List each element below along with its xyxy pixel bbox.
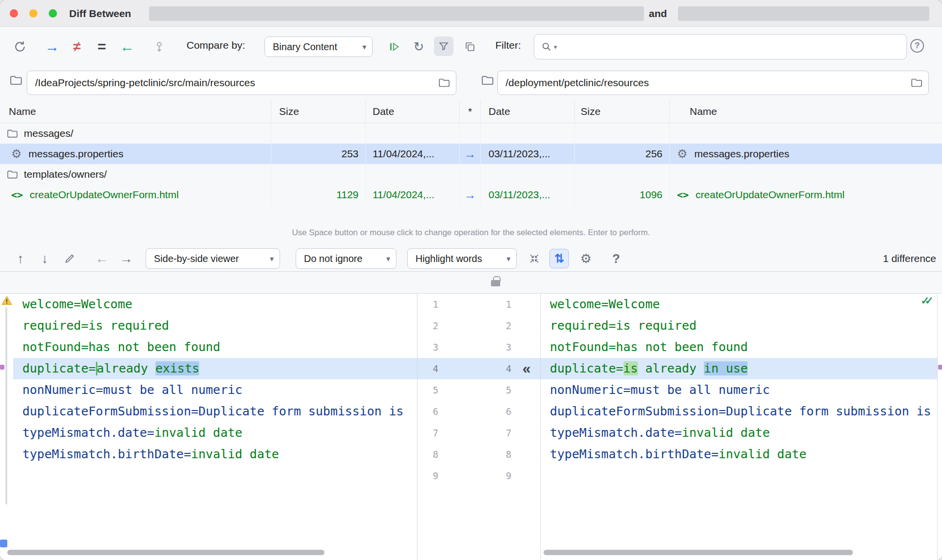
move-up-button[interactable]: ↑: [11, 249, 30, 268]
filter-search-input[interactable]: ▾: [534, 34, 907, 59]
filter-label: Filter:: [495, 27, 521, 63]
not-equal-filter-button[interactable]: ≠: [68, 37, 86, 56]
code-line[interactable]: duplicateFormSubmission=Duplicate form s…: [541, 401, 937, 422]
table-row[interactable]: messages/: [0, 123, 942, 144]
minimize-button[interactable]: [29, 9, 38, 18]
code-line[interactable]: required=is required: [13, 315, 417, 336]
header-label: Date: [373, 106, 394, 117]
folder-name: messages/: [24, 128, 74, 139]
paths-row: /IdeaProjects/spring-petclinic/src/main/…: [0, 63, 942, 98]
table-cell: [271, 164, 366, 185]
header-label: Name: [690, 106, 717, 117]
code-line[interactable]: notFound=has not been found: [13, 336, 417, 358]
next-difference-button[interactable]: →: [117, 249, 135, 268]
close-button[interactable]: [10, 9, 18, 18]
window-title-conjunction: and: [649, 0, 667, 27]
synchronize-button[interactable]: [11, 37, 29, 56]
table-row[interactable]: ⚙messages.properties25311/04/2024,...→03…: [0, 144, 942, 164]
code-line[interactable]: nonNumeric=must be all numeric: [13, 379, 417, 401]
right-path-input[interactable]: /deployment/petclinic/resources: [497, 71, 929, 95]
warning-icon[interactable]: [1, 296, 12, 307]
search-history-chevron-icon[interactable]: ▾: [554, 43, 557, 51]
horizontal-scrollbar-left[interactable]: [7, 550, 324, 555]
code-segment: required=is required: [22, 318, 169, 333]
code-line[interactable]: duplicate=is already in use: [541, 358, 937, 379]
equal-filter-button[interactable]: =: [93, 37, 111, 56]
copy-to-left-button[interactable]: ←: [118, 37, 136, 56]
move-down-button[interactable]: ↓: [36, 249, 54, 268]
table-cell: [575, 164, 670, 185]
diff-help-button[interactable]: ?: [607, 249, 625, 268]
line-number-right: 7: [466, 422, 511, 444]
code-line[interactable]: typeMismatch.date=invalid date: [13, 422, 417, 444]
rescan-button[interactable]: ↻: [410, 37, 428, 56]
line-number-right: 3: [466, 336, 511, 358]
operation-arrow-icon[interactable]: →: [464, 148, 476, 160]
operation-arrow-icon[interactable]: →: [464, 189, 476, 201]
arrow-left-icon: ←: [95, 251, 109, 266]
table-cell: 03/11/2023,...: [481, 144, 575, 164]
table-row[interactable]: <>createOrUpdateOwnerForm.html112911/04/…: [0, 185, 942, 205]
previous-difference-button[interactable]: ←: [93, 249, 111, 268]
viewer-mode-select[interactable]: Side-by-side viewer ▾: [146, 248, 280, 269]
lock-icon[interactable]: [491, 280, 500, 286]
column-header-operation[interactable]: *: [460, 100, 481, 123]
code-line[interactable]: nonNumeric=must be all numeric: [541, 379, 937, 401]
column-header-size-right[interactable]: Size: [575, 100, 670, 123]
ignore-mode-select[interactable]: Do not ignore ▾: [296, 248, 396, 269]
table-cell: [366, 164, 460, 185]
horizontal-scrollbar-right[interactable]: [544, 550, 853, 555]
code-line[interactable]: notFound=has not been found: [541, 336, 937, 358]
chevron-down-icon: ▾: [502, 254, 510, 263]
table-cell: 03/11/2023,...: [481, 185, 575, 205]
table-row[interactable]: templates/owners/: [0, 164, 942, 185]
edit-source-button[interactable]: [60, 249, 79, 268]
code-line[interactable]: required=is required: [541, 315, 937, 336]
right-path-value: /deployment/petclinic/resources: [506, 77, 911, 89]
copy-to-right-button[interactable]: →: [43, 37, 61, 56]
column-header-name-left[interactable]: Name: [0, 100, 271, 123]
titlebar[interactable]: Diff Between and: [0, 0, 942, 27]
browse-folder-icon[interactable]: [911, 78, 923, 88]
code-line[interactable]: welcome=Welcome: [13, 294, 417, 315]
pin-scroll-button[interactable]: [150, 37, 169, 56]
pin-icon: [153, 41, 165, 53]
help-button[interactable]: ?: [910, 39, 924, 53]
table-cell: 253: [271, 144, 366, 164]
folder-icon: [7, 170, 18, 179]
apply-change-to-left-button[interactable]: «: [515, 358, 538, 379]
change-marker[interactable]: [938, 365, 942, 370]
synchronize-scrolling-toggle[interactable]: ⇅: [549, 249, 569, 268]
collapse-unchanged-button[interactable]: [525, 249, 544, 268]
column-header-date-left[interactable]: Date: [366, 100, 460, 123]
zoom-button[interactable]: [49, 9, 57, 18]
code-line[interactable]: duplicate=already exists: [13, 358, 417, 379]
right-editor-pane[interactable]: welcome=Welcomerequired=is requirednotFo…: [541, 294, 938, 560]
vertical-scrollbar[interactable]: [5, 307, 7, 504]
table-header: Name Size Date * Date Size Name: [0, 100, 942, 123]
column-header-date-right[interactable]: Date: [481, 100, 575, 123]
copy-button[interactable]: [461, 37, 479, 56]
left-editor-pane[interactable]: welcome=Welcomerequired=is requirednotFo…: [13, 294, 417, 560]
highlight-mode-select[interactable]: Highlight words ▾: [407, 248, 517, 269]
column-header-name-right[interactable]: Name: [670, 100, 942, 123]
file-date: 11/04/2024,...: [373, 148, 434, 160]
code-line[interactable]: typeMismatch.birthDate=invalid date: [541, 444, 937, 465]
all-changes-resolved-icon[interactable]: ✓✓: [921, 295, 942, 307]
compare-by-select[interactable]: Binary Content ▾: [264, 37, 373, 57]
table-cell: [481, 123, 575, 144]
run-comparison-button[interactable]: [385, 37, 403, 56]
code-line[interactable]: typeMismatch.birthDate=invalid date: [13, 444, 417, 465]
change-marker[interactable]: [0, 540, 7, 547]
header-label: Size: [581, 106, 601, 117]
editor-settings-button[interactable]: ⚙: [577, 249, 595, 268]
column-header-size-left[interactable]: Size: [271, 100, 366, 123]
change-marker[interactable]: [0, 365, 4, 370]
left-path-input[interactable]: /IdeaProjects/spring-petclinic/src/main/…: [27, 71, 456, 95]
table-cell: 11/04/2024,...: [366, 185, 460, 205]
filter-toggle-button[interactable]: [434, 37, 453, 56]
browse-folder-icon[interactable]: [438, 78, 450, 88]
code-line[interactable]: welcome=Welcome: [541, 294, 937, 315]
code-line[interactable]: typeMismatch.date=invalid date: [541, 422, 937, 444]
code-line[interactable]: duplicateFormSubmission=Duplicate form s…: [13, 401, 417, 422]
